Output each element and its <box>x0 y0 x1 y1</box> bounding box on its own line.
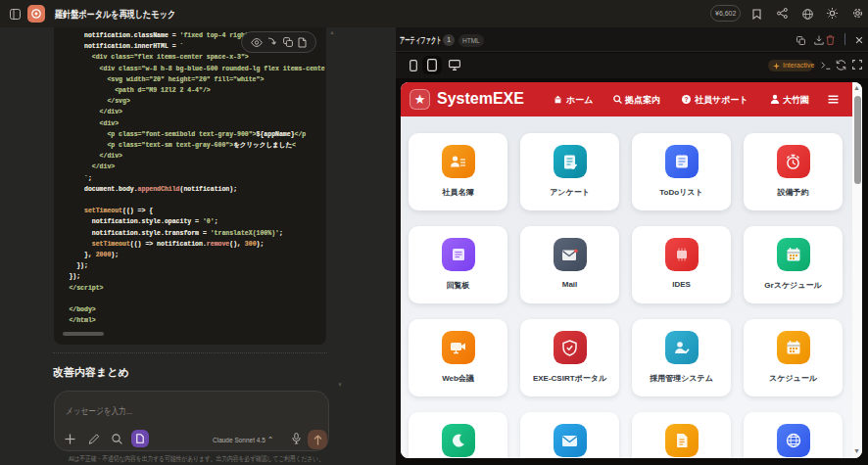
svg-text:?: ? <box>685 96 689 103</box>
